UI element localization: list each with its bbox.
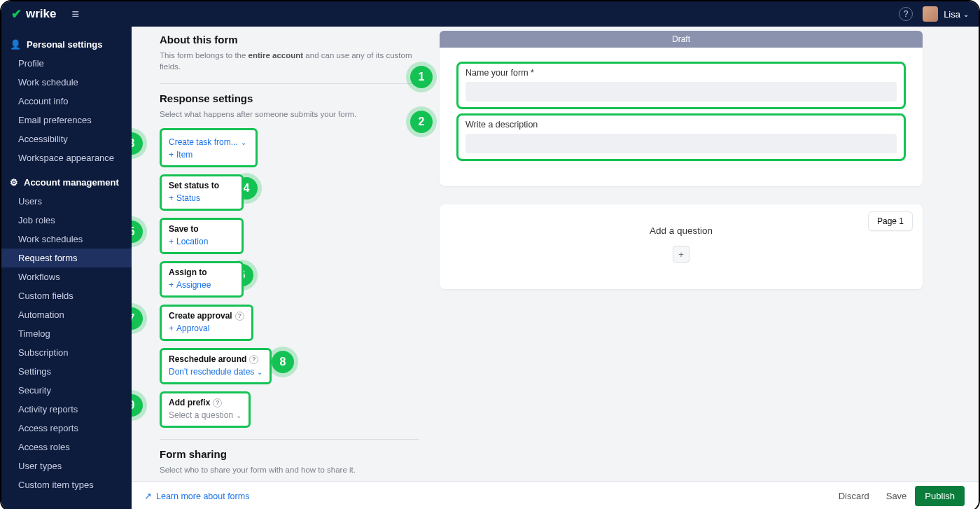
sharing-sub: Select who to share your form with and h… (160, 464, 419, 475)
sidebar-item-subscription[interactable]: Subscription (1, 343, 132, 362)
sidebar-item-automation[interactable]: Automation (1, 305, 132, 324)
question-stage: Page 1 Add a question + (440, 204, 923, 289)
prefix-label: Add prefix ? (169, 398, 241, 407)
annotation-8: 8 (272, 351, 294, 373)
learn-more-link[interactable]: ↗ Learn more about forms (144, 491, 249, 501)
avatar[interactable] (923, 6, 938, 22)
chevron-down-icon: ⌄ (963, 11, 969, 18)
add-assignee-link[interactable]: +Assignee (169, 280, 234, 290)
reschedule-dropdown[interactable]: Don't reschedule dates⌄ (169, 367, 262, 377)
add-item-link[interactable]: +Item (169, 150, 248, 160)
sidebar-item-activityreports[interactable]: Activity reports (1, 400, 132, 419)
sidebar-item-timelog[interactable]: Timelog (1, 324, 132, 343)
menu-toggle-icon[interactable]: ≡ (71, 7, 79, 22)
sidebar-section-label: Account management (24, 177, 119, 188)
plus-icon: + (169, 150, 174, 160)
annotation-3: 3 (132, 132, 143, 155)
annotation-1: 1 (410, 66, 433, 88)
sharing-title: Form sharing (160, 448, 419, 460)
annotation-5: 5 (132, 221, 143, 243)
reschedule-label: Reschedule around ? (169, 354, 262, 364)
add-location-link[interactable]: +Location (169, 237, 234, 246)
sidebar-item-accessibility[interactable]: Accessibility (1, 130, 132, 148)
user-icon: 👤 (10, 39, 21, 50)
add-question-label: Add a question (456, 225, 906, 236)
annotation-2: 2 (410, 111, 433, 133)
discard-button[interactable]: Discard (830, 487, 878, 505)
sidebar-item-requestforms[interactable]: Request forms (1, 249, 132, 267)
plus-icon: + (169, 280, 174, 290)
sidebar-item-accountinfo[interactable]: Account info (1, 92, 132, 111)
sidebar-item-workflows[interactable]: Workflows (1, 267, 132, 286)
form-desc-label: Write a description (465, 120, 897, 130)
save-button[interactable]: Save (878, 487, 916, 505)
sidebar-section-personal: 👤 Personal settings (1, 35, 132, 54)
sidebar: 👤 Personal settings Profile Work schedul… (1, 27, 132, 509)
page-indicator[interactable]: Page 1 (868, 211, 913, 231)
assign-to-label: Assign to (169, 267, 234, 277)
approval-card: Create approval ? +Approval (160, 305, 253, 341)
prefix-card: Add prefix ? Select a question⌄ (160, 391, 251, 428)
form-desc-input[interactable] (465, 134, 897, 153)
annotation-7: 7 (132, 307, 143, 330)
prefix-dropdown[interactable]: Select a question⌄ (169, 410, 241, 420)
set-status-label: Set status to (169, 181, 234, 190)
sidebar-item-usertypes[interactable]: User types (1, 456, 132, 475)
add-question-button[interactable]: + (673, 246, 690, 263)
help-dot-icon[interactable]: ? (213, 398, 222, 407)
help-icon[interactable]: ? (899, 7, 913, 21)
sidebar-item-users[interactable]: Users (1, 192, 132, 211)
form-name-field[interactable]: Name your form * (456, 62, 906, 109)
plus-icon: + (169, 323, 174, 333)
approval-label: Create approval ? (169, 311, 244, 321)
chevron-down-icon: ⌄ (257, 368, 262, 376)
form-desc-field[interactable]: Write a description (456, 113, 906, 161)
assign-to-card: Assign to +Assignee (160, 261, 244, 298)
plus-icon: + (678, 249, 684, 260)
help-dot-icon[interactable]: ? (249, 355, 258, 364)
save-to-label: Save to (169, 224, 234, 234)
publish-button[interactable]: Publish (915, 486, 965, 506)
brand-name: wrike (26, 7, 56, 21)
sidebar-item-security[interactable]: Security (1, 381, 132, 400)
brand-logo: ✔ wrike (11, 6, 56, 22)
settings-panel: About this form This form belongs to the… (160, 31, 419, 509)
add-status-link[interactable]: +Status (169, 193, 234, 203)
plus-icon: + (169, 193, 174, 203)
create-task-card: Create task from...⌄ +Item (160, 128, 258, 167)
draft-badge: Draft (440, 31, 923, 48)
sidebar-section-label: Personal settings (27, 39, 102, 50)
response-sub: Select what happens after someone submit… (160, 109, 419, 120)
sidebar-item-settings[interactable]: Settings (1, 362, 132, 381)
response-title: Response settings (160, 92, 419, 104)
form-header-stage: 1 2 Name your form * Write a description (440, 48, 923, 186)
save-to-card: Save to +Location (160, 218, 244, 254)
create-task-dropdown[interactable]: Create task from...⌄ (169, 137, 248, 147)
chevron-down-icon: ⌄ (236, 412, 241, 419)
add-approval-link[interactable]: +Approval (169, 323, 244, 333)
user-menu[interactable]: Lisa ⌄ (944, 9, 969, 20)
sidebar-item-accessroles[interactable]: Access roles (1, 438, 132, 456)
chevron-down-icon: ⌄ (241, 139, 246, 146)
sidebar-item-workschedule[interactable]: Work schedule (1, 73, 132, 92)
sidebar-item-appearance[interactable]: Workspace appearance (1, 148, 132, 167)
sidebar-item-workschedules[interactable]: Work schedules (1, 230, 132, 249)
set-status-card: Set status to +Status (160, 174, 244, 211)
reschedule-card: Reschedule around ? Don't reschedule dat… (160, 348, 272, 384)
topbar: ✔ wrike ≡ ? Lisa ⌄ (1, 1, 979, 27)
form-name-input[interactable] (465, 82, 897, 102)
plus-icon: + (169, 237, 174, 246)
sidebar-item-customfields[interactable]: Custom fields (1, 286, 132, 305)
about-title: About this form (160, 34, 419, 46)
logo-mark-icon: ✔ (11, 6, 22, 22)
annotation-9: 9 (132, 394, 143, 417)
sidebar-item-emailprefs[interactable]: Email preferences (1, 111, 132, 130)
about-text: This form belongs to the entire account … (160, 50, 419, 72)
sidebar-item-profile[interactable]: Profile (1, 54, 132, 73)
help-dot-icon[interactable]: ? (235, 312, 244, 321)
sidebar-item-jobroles[interactable]: Job roles (1, 211, 132, 230)
main-area: About this form This form belongs to the… (132, 27, 979, 509)
sidebar-item-customitemtypes[interactable]: Custom item types (1, 475, 132, 494)
gear-icon: ⚙ (10, 177, 18, 188)
sidebar-item-accessreports[interactable]: Access reports (1, 419, 132, 438)
